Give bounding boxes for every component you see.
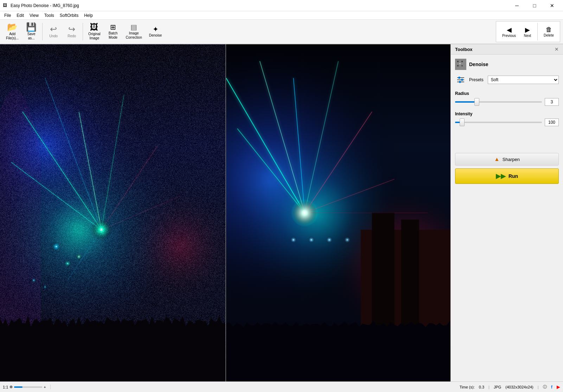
presets-select[interactable]: Soft Medium Strong Custom bbox=[488, 76, 559, 84]
intensity-row bbox=[455, 118, 559, 126]
menu-bar: File Edit View Tools SoftOrbits Help bbox=[0, 11, 563, 20]
svg-rect-5 bbox=[461, 63, 463, 64]
menu-tools[interactable]: Tools bbox=[41, 11, 57, 19]
previous-button[interactable]: ◀ Previous bbox=[499, 24, 519, 39]
denoise-section: Denoise Presets bbox=[455, 59, 559, 126]
run-label: Run bbox=[508, 173, 518, 179]
denoise-tool-title: Denoise bbox=[469, 62, 488, 67]
denoise-svg-icon bbox=[456, 60, 465, 69]
image-panel[interactable] bbox=[0, 44, 450, 381]
save-as-button[interactable]: 💾 Saveas... bbox=[23, 21, 40, 42]
menu-help[interactable]: Help bbox=[81, 11, 96, 19]
app-icon: 🖼 bbox=[3, 3, 8, 8]
intensity-label: Intensity bbox=[455, 111, 559, 116]
redo-icon: ↪ bbox=[68, 25, 75, 33]
radius-row bbox=[455, 98, 559, 106]
menu-file[interactable]: File bbox=[1, 11, 14, 19]
svg-rect-2 bbox=[461, 61, 463, 62]
image-denoised bbox=[225, 44, 451, 381]
intensity-value-input[interactable] bbox=[545, 118, 559, 126]
presets-svg-icon bbox=[456, 75, 466, 85]
svg-point-14 bbox=[459, 81, 461, 83]
batch-mode-button[interactable]: ⊞ BatchMode bbox=[104, 21, 122, 42]
svg-rect-6 bbox=[457, 65, 459, 66]
image-correction-icon: ▤ bbox=[130, 24, 137, 31]
time-label: Time (s): bbox=[460, 385, 475, 389]
info-icon[interactable]: ⓘ bbox=[543, 384, 547, 390]
toolbox-title: Toolbox bbox=[455, 47, 473, 52]
nav-sep bbox=[537, 23, 538, 40]
social-facebook[interactable]: f bbox=[551, 384, 552, 390]
redo-button[interactable]: ↪ Redo bbox=[63, 21, 81, 42]
window-controls: ─ □ ✕ bbox=[509, 0, 560, 11]
social-youtube[interactable]: ▶ bbox=[557, 384, 560, 390]
batch-mode-label: BatchMode bbox=[109, 31, 118, 40]
original-image-button[interactable]: 🖼 OriginalImage bbox=[85, 21, 103, 42]
next-icon: ▶ bbox=[525, 26, 530, 34]
radius-slider-thumb[interactable] bbox=[474, 98, 479, 106]
zoom-slider-fill bbox=[14, 386, 23, 388]
svg-rect-8 bbox=[461, 65, 463, 66]
svg-rect-7 bbox=[459, 65, 461, 66]
run-icon: ▶▶ bbox=[496, 172, 506, 180]
run-button[interactable]: ▶▶ Run bbox=[455, 168, 559, 184]
left-canvas bbox=[0, 44, 225, 381]
image-correction-button[interactable]: ▤ ImageCorrection bbox=[123, 21, 145, 42]
svg-rect-3 bbox=[457, 63, 459, 64]
toolbox: Toolbox ✕ bbox=[450, 44, 563, 381]
svg-rect-0 bbox=[457, 61, 459, 62]
zoom-slider[interactable] bbox=[14, 386, 42, 388]
zoom-level: 1:1 bbox=[3, 385, 8, 389]
delete-button[interactable]: 🗑 Delete bbox=[540, 24, 557, 39]
status-zoom: 1:1 ⊕ + bbox=[3, 385, 51, 389]
radius-slider-fill bbox=[455, 101, 477, 103]
presets-row: Presets Soft Medium Strong Custom bbox=[455, 74, 559, 85]
radius-section: Radius bbox=[455, 91, 559, 106]
format-label: JPG bbox=[494, 385, 501, 389]
menu-edit[interactable]: Edit bbox=[14, 11, 27, 19]
close-button[interactable]: ✕ bbox=[544, 0, 560, 11]
nav-controls: ◀ Previous ▶ Next 🗑 Delete bbox=[496, 21, 560, 42]
status-info: Time (s): 0.3 | JPG (4032x3024x24) | ⓘ f… bbox=[460, 384, 560, 390]
sharpen-label: Sharpen bbox=[503, 157, 520, 162]
image-original bbox=[0, 44, 225, 381]
sharpen-icon: ▲ bbox=[494, 156, 500, 162]
status-sep-2: | bbox=[538, 385, 539, 389]
zoom-plus: + bbox=[44, 385, 46, 389]
status-bar: 1:1 ⊕ + Time (s): 0.3 | JPG (4032x3024x2… bbox=[0, 381, 563, 392]
next-label: Next bbox=[524, 34, 531, 38]
denoise-button[interactable]: ✦ Denoise bbox=[146, 21, 165, 42]
sharpen-button[interactable]: ▲ Sharpen bbox=[455, 153, 559, 166]
image-split bbox=[0, 44, 450, 381]
save-as-label: Saveas... bbox=[27, 32, 36, 40]
intensity-slider-thumb[interactable] bbox=[460, 118, 465, 126]
undo-button[interactable]: ↩ Undo bbox=[45, 21, 62, 42]
svg-point-12 bbox=[461, 79, 463, 81]
zoom-icon: ⊕ bbox=[9, 385, 13, 389]
original-image-label: OriginalImage bbox=[88, 32, 100, 40]
toolbar-sep-2 bbox=[83, 23, 83, 40]
window-title: Easy Photo Denoise - IMG_8760.jpg bbox=[11, 3, 509, 8]
minimize-button[interactable]: ─ bbox=[509, 0, 525, 11]
save-as-icon: 💾 bbox=[26, 23, 37, 31]
svg-point-10 bbox=[458, 77, 460, 79]
denoise-header: Denoise bbox=[455, 59, 559, 70]
previous-icon: ◀ bbox=[507, 26, 512, 34]
intensity-slider-track[interactable] bbox=[455, 122, 542, 123]
delete-icon: 🗑 bbox=[546, 26, 552, 33]
menu-softorbits[interactable]: SoftOrbits bbox=[57, 11, 81, 19]
next-button[interactable]: ▶ Next bbox=[520, 24, 535, 39]
toolbox-header: Toolbox ✕ bbox=[451, 44, 563, 54]
presets-icon bbox=[455, 74, 466, 85]
presets-label: Presets bbox=[469, 77, 484, 82]
main-area: Toolbox ✕ bbox=[0, 44, 563, 381]
menu-view[interactable]: View bbox=[27, 11, 41, 19]
image-correction-label: ImageCorrection bbox=[126, 31, 142, 40]
radius-value-input[interactable] bbox=[545, 98, 559, 106]
add-files-button[interactable]: 📂 AddFile(s)... bbox=[3, 21, 22, 42]
maximize-button[interactable]: □ bbox=[526, 0, 543, 11]
radius-slider-track[interactable] bbox=[455, 101, 542, 103]
original-image-icon: 🖼 bbox=[90, 23, 98, 31]
undo-label: Undo bbox=[49, 34, 58, 38]
toolbox-close-button[interactable]: ✕ bbox=[555, 46, 559, 52]
